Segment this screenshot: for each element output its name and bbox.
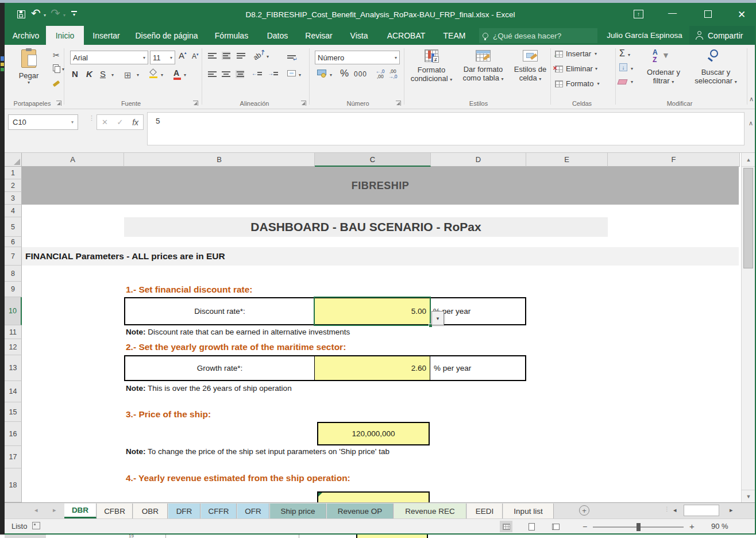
new-sheet-button[interactable]: + [579,505,589,516]
row-header-18[interactable]: 18 [5,468,22,502]
decrease-indent-icon[interactable]: ← [252,70,266,76]
horizontal-scrollbar-thumb[interactable] [684,505,719,516]
increase-indent-icon[interactable]: → [268,70,282,76]
yearly-revenue-cell[interactable] [317,491,430,502]
tab-team[interactable]: TEAM [437,26,472,45]
underline-dropdown-icon[interactable]: ▾ [111,72,114,78]
font-dialog-launcher-icon[interactable] [193,101,198,106]
zoom-in-icon[interactable]: + [689,521,695,531]
sort-filter-button[interactable]: A Z ▼ Ordenar yfiltrar ▾ [641,48,686,102]
tab-insertar[interactable]: Insertar [86,26,126,45]
autosum-button[interactable]: Σ▾ [619,48,630,59]
collapse-ribbon-icon[interactable]: ∧ [749,95,754,103]
increase-font-icon[interactable]: A▴ [179,51,187,60]
paste-dropdown-icon[interactable]: ▾ [13,80,45,85]
font-size-combo[interactable]: 11▾ [150,51,175,64]
sheet-tab-eedi[interactable]: EEDI [467,504,503,518]
row-header-7[interactable]: 7 [5,247,22,266]
hscroll-left-icon[interactable]: ◂ [673,506,677,514]
growth-rate-unit-cell[interactable]: % per year [430,356,525,380]
scroll-up-icon[interactable]: ▲ [742,153,755,167]
tab-inicio[interactable]: Inicio [46,26,84,45]
close-button[interactable]: ✕ [738,9,746,21]
merge-center-icon[interactable] [287,70,296,76]
vertical-scrollbar[interactable]: ▲ ▼ [741,153,755,502]
copy-dropdown-icon[interactable]: ▾ [62,67,64,72]
row-header-11[interactable]: 11 [5,325,22,339]
row-header-13[interactable]: 13 [5,355,22,381]
tab-vista[interactable]: Vista [342,26,376,45]
paste-button[interactable]: Pegar ▾ [13,48,45,100]
row-header-5[interactable]: 5 [5,217,22,237]
italic-button[interactable]: K [86,69,92,79]
row-header-2[interactable]: 2 [5,179,22,192]
insert-cells-button[interactable]: ← Insertar▾ [555,49,597,58]
tab-formulas[interactable]: Fórmulas [207,26,256,45]
align-left-icon[interactable] [208,70,217,78]
copy-icon[interactable] [53,64,59,71]
tab-datos[interactable]: Datos [260,26,295,45]
tab-diseno[interactable]: Diseño de página [130,26,203,45]
column-header-a[interactable]: A [22,153,124,167]
tabstrip-splitter[interactable]: ⋮ [664,508,670,510]
cut-icon[interactable]: ✂ [53,51,60,60]
align-dialog-launcher-icon[interactable] [301,101,306,106]
insert-function-icon[interactable]: fx [132,118,138,127]
increase-decimal-icon[interactable]: ←,0,00 [376,69,385,79]
row-header-8[interactable]: 8 [5,266,22,282]
minimize-button[interactable]: — [668,7,677,17]
clipboard-dialog-launcher-icon[interactable] [56,101,61,106]
decrease-font-icon[interactable]: A▾ [192,52,199,60]
row-header-6[interactable]: 6 [5,237,22,247]
row-header-10[interactable]: 10 [5,297,22,325]
bold-button[interactable]: N [72,69,78,79]
fill-dropdown-icon[interactable]: ▾ [631,66,633,71]
row-header-16[interactable]: 16 [5,422,22,446]
borders-icon[interactable]: ⊞ [124,70,132,80]
borders-dropdown-icon[interactable]: ▾ [137,72,139,78]
name-box-dropdown-icon[interactable]: ▾ [71,120,74,125]
select-all-corner[interactable] [5,153,22,167]
growth-rate-value-cell[interactable]: 2.60 [315,356,430,380]
sheet-tab-cffr[interactable]: CFFR [201,504,237,518]
underline-button[interactable]: S [100,69,106,79]
align-middle-icon[interactable] [222,52,230,60]
zoom-out-icon[interactable]: − [583,522,587,531]
delete-cells-button[interactable]: ✕ Eliminar▾ [555,64,597,73]
scroll-down-icon[interactable]: ▼ [742,490,755,502]
sheet-tab-dbr[interactable]: DBR [64,504,97,518]
currency-icon[interactable] [317,69,327,78]
align-center-icon[interactable] [222,70,230,78]
format-as-table-button[interactable]: Dar formatocomo tabla ▾ [457,48,509,102]
row-header-17[interactable]: 17 [5,446,22,468]
column-header-b[interactable]: B [124,153,315,167]
expand-formula-bar-icon[interactable]: ∧ [749,120,753,127]
tell-me-search[interactable]: ¿Qué desea hacer? [479,28,597,43]
hscroll-right-icon[interactable]: ▸ [730,506,733,514]
sheet-tab-revenue-op[interactable]: Revenue OP [327,504,394,518]
decrease-decimal-icon[interactable]: ,00→,0 [388,69,398,79]
align-bottom-icon[interactable] [237,52,245,60]
sheet-tab-ofr[interactable]: OFR [237,504,269,518]
cell-styles-button[interactable]: Estilos decelda ▾ [510,48,550,102]
orientation-dropdown-icon[interactable]: ▾ [267,54,269,59]
number-format-combo[interactable]: Número▾ [315,51,400,64]
validation-dropdown-button[interactable]: ▾ [431,311,444,325]
fill-color-dropdown-icon[interactable]: ▾ [161,72,163,78]
column-header-f[interactable]: F [608,153,740,167]
clear-button[interactable] [618,79,628,84]
wrap-text-icon[interactable]: ↵ [287,52,296,62]
name-box[interactable]: C10 ▾ [8,114,78,130]
ribbon-display-options-icon[interactable]: ↑ [634,10,643,18]
conditional-formatting-button[interactable]: ≠ Formatocondicional ▾ [407,48,456,102]
growth-rate-label-cell[interactable]: Growth rate*: [125,356,315,380]
font-color-icon[interactable]: A [173,68,179,78]
align-top-icon[interactable] [208,52,217,60]
row-header-15[interactable]: 15 [5,402,22,422]
tab-scroll-right-icon[interactable]: ▸ [53,506,56,514]
zoom-slider-thumb[interactable] [637,523,641,531]
clear-dropdown-icon[interactable]: ▾ [631,79,633,84]
column-header-d[interactable]: D [431,153,526,167]
align-right-icon[interactable] [236,70,244,78]
discount-rate-label-cell[interactable]: Discount rate*: [125,298,315,324]
